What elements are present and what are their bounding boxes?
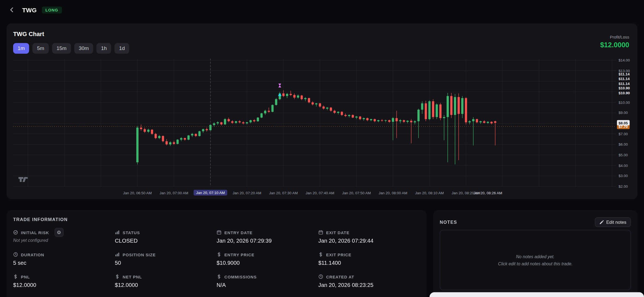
arrow-left-icon — [9, 7, 15, 13]
last-price-badge: $8.05 — [617, 120, 630, 126]
field-label: CREATED AT — [318, 273, 420, 281]
trade-field-net-pnl: NET PNL$12.0000 — [115, 273, 217, 288]
timeframe-button-1m[interactable]: 1m — [13, 43, 29, 54]
dollar-icon — [217, 274, 222, 279]
order-price-label: $11.14 — [619, 77, 630, 81]
field-value: $12.0000 — [13, 282, 115, 288]
app: TWG LONG TWG Chart 1m5m15m30m1h1d Profit… — [0, 0, 644, 297]
dollar-icon — [115, 274, 120, 279]
timeframe-button-15m[interactable]: 15m — [52, 43, 71, 54]
clock-icon — [13, 252, 18, 257]
order-price-label: $11.14 — [619, 81, 630, 86]
time-tick: Jan 20, 07:10 AM — [194, 190, 227, 196]
notes-empty-line1: No notes added yet. — [498, 253, 572, 260]
notes-card: NOTES Edit notes No notes added yet. Cli… — [433, 210, 637, 297]
bottom-sheet-edge — [430, 292, 644, 297]
field-label: EXIT DATE — [318, 228, 420, 237]
field-label: ENTRY PRICE — [217, 251, 318, 259]
field-value: $12.0000 — [115, 282, 217, 288]
price-tick: $4.00 — [619, 163, 628, 167]
field-label: PNL — [13, 273, 115, 281]
field-value: 50 — [115, 260, 217, 266]
trade-information-title: TRADE INFORMATION — [13, 217, 420, 222]
field-label: EXIT PRICE — [318, 251, 420, 259]
trade-field-commissions: COMMISSIONSN/A — [217, 273, 318, 288]
price-tick: $3.00 — [619, 174, 628, 178]
gear-icon: ⚙ — [57, 230, 61, 235]
order-price-label: $10.90 — [619, 86, 630, 90]
price-tick: $7.00 — [619, 132, 628, 136]
time-tick: Jan 20, 07:50 AM — [342, 191, 371, 195]
trade-field-initial-risk: INITIAL RISK⚙Not yet configured — [13, 228, 115, 244]
target-icon — [13, 230, 18, 235]
notes-empty-text: No notes added yet. Click edit to add no… — [498, 253, 572, 267]
edit-notes-label: Edit notes — [606, 220, 626, 225]
trade-field-entry-date: ENTRY DATEJan 20, 2026 07:29:39 — [217, 228, 318, 244]
field-label: NET PNL — [115, 273, 217, 281]
timeframe-button-1d[interactable]: 1d — [115, 43, 129, 54]
chart-title: TWG Chart — [13, 30, 631, 38]
trade-info-grid: INITIAL RISK⚙Not yet configuredSTATUSCLO… — [13, 228, 420, 288]
time-tick: Jan 20, 08:10 AM — [415, 191, 444, 195]
price-axis[interactable]: $14.00$13.00$10.00$9.00$7.00$6.00$5.00$4… — [13, 59, 631, 189]
field-value: $11.1400 — [318, 260, 420, 266]
trade-field-status: STATUSCLOSED — [115, 228, 217, 244]
chart-card: TWG Chart 1m5m15m30m1h1d Profit/Loss $12… — [7, 23, 637, 199]
trade-field-pnl: PNL$12.0000 — [13, 273, 115, 288]
price-tick: $9.00 — [619, 111, 628, 115]
field-label: DURATION — [13, 251, 115, 259]
timeframe-button-30m[interactable]: 30m — [74, 43, 93, 54]
time-tick: Jan 20, 07:30 AM — [269, 191, 298, 195]
dollar-icon — [217, 252, 222, 257]
trade-field-duration: DURATION5 sec — [13, 251, 115, 266]
timeframe-button-1h[interactable]: 1h — [97, 43, 111, 54]
tradingview-logo[interactable] — [18, 177, 29, 184]
time-tick: Jan 20, 08:00 AM — [378, 191, 407, 195]
dollar-icon — [13, 274, 18, 279]
field-value: 5 sec — [13, 260, 115, 266]
timeframe-button-5m[interactable]: 5m — [33, 43, 49, 54]
time-tick: Jan 20, 07:20 AM — [232, 191, 261, 195]
trade-field-position-size: POSITION SIZE50 — [115, 251, 217, 266]
time-axis[interactable]: Jan 20, 06:50 AMJan 20, 07:00 AMJan 20, … — [13, 189, 616, 197]
field-label: STATUS — [115, 228, 217, 237]
time-tick: Jan 20, 06:50 AM — [123, 191, 152, 195]
price-tick: $5.00 — [619, 153, 628, 157]
field-value: $10.9000 — [217, 260, 318, 266]
order-price-label: $10.90 — [619, 91, 630, 95]
field-label: INITIAL RISK⚙ — [13, 228, 115, 237]
long-badge: LONG — [42, 6, 62, 13]
field-label: POSITION SIZE — [115, 251, 217, 259]
notes-empty-box: No notes added yet. Click edit to add no… — [440, 230, 631, 290]
field-value: Jan 20, 2026 07:29:39 — [217, 238, 318, 244]
profit-loss-box: Profit/Loss $12.0000 — [600, 35, 629, 49]
edit-notes-button[interactable]: Edit notes — [595, 217, 631, 227]
price-tick: $10.00 — [619, 100, 630, 104]
calendar-icon — [318, 230, 323, 235]
symbol-title: TWG — [22, 6, 37, 13]
clock-icon — [318, 274, 323, 279]
field-value: Not yet configured — [13, 238, 115, 243]
field-value: CLOSED — [115, 238, 217, 244]
order-price-label: $11.14 — [619, 72, 630, 76]
calendar-icon — [217, 230, 222, 235]
profit-loss-label: Profit/Loss — [600, 35, 629, 40]
field-label: ENTRY DATE — [217, 228, 318, 237]
initial-risk-settings-button[interactable]: ⚙ — [54, 228, 63, 237]
timeframe-row: 1m5m15m30m1h1d — [13, 43, 631, 54]
top-bar: TWG LONG — [0, 0, 644, 20]
price-tick: $2.00 — [619, 184, 628, 189]
bottom-section: TRADE INFORMATION INITIAL RISK⚙Not yet c… — [7, 210, 637, 297]
back-button[interactable] — [7, 5, 17, 15]
pencil-icon — [599, 220, 604, 225]
chart-region[interactable]: $14.00$13.00$10.00$9.00$7.00$6.00$5.00$4… — [13, 59, 631, 197]
trade-field-exit-date: EXIT DATEJan 20, 2026 07:29:44 — [318, 228, 420, 244]
time-tick: Jan 20, 08:26 AM — [474, 191, 502, 195]
trade-field-created-at: CREATED ATJan 20, 2026 08:23:25 — [318, 273, 420, 288]
trade-field-entry-price: ENTRY PRICE$10.9000 — [217, 251, 318, 266]
notes-title: NOTES — [440, 220, 457, 225]
time-tick: Jan 20, 07:00 AM — [159, 191, 188, 195]
field-value: N/A — [217, 282, 318, 288]
notes-header: NOTES Edit notes — [440, 217, 631, 228]
field-value: Jan 20, 2026 07:29:44 — [318, 238, 420, 244]
